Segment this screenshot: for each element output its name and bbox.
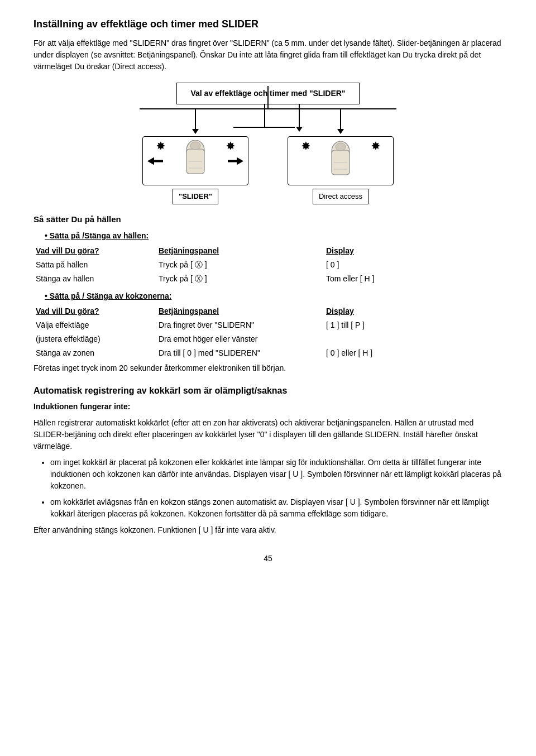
table-hallen: Vad vill Du göra? Betjäningspanel Displa… — [34, 244, 502, 286]
bullet-icon-2: • — [45, 291, 47, 300]
section-hallen-heading: Så sätter Du på hällen — [34, 213, 502, 226]
bullet-icon-1: • — [45, 231, 47, 240]
cell-k-action-3: Stänga av zonen — [34, 346, 156, 360]
section-auto-p1: Hällen registrerar automatiskt kokkärlet… — [34, 417, 502, 452]
svg-point-3 — [190, 142, 200, 150]
cell-k-panel-1: Dra fingret över "SLIDERN" — [156, 318, 324, 332]
page-title: Inställning av effektläge och timer med … — [34, 17, 502, 32]
table-row: (justera effektläge) Dra emot höger elle… — [34, 332, 502, 346]
col-header-1: Vad vill Du göra? — [34, 244, 156, 258]
col-header-2: Betjäningspanel — [156, 244, 324, 258]
table-kokzoner: Vad vill Du göra? Betjäningspanel Displa… — [34, 304, 502, 360]
slider-illustration-right: ✸ ✸ — [288, 136, 394, 185]
cell-panel-2: Tryck på [ Ⓧ ] — [156, 272, 324, 286]
section-auto-sub: Induktionen fungerar inte: — [34, 402, 130, 411]
svg-point-9 — [336, 143, 346, 151]
cell-k-panel-3: Dra till [ 0 ] med "SLIDEREN" — [156, 346, 324, 360]
col-header-k1: Vad vill Du göra? — [34, 304, 156, 318]
diagram-container: Val av effektläge och timer med "SLIDER" — [34, 83, 502, 204]
cell-k-display-2 — [324, 332, 502, 346]
sub-heading-1: • Sätta på /Stänga av hällen: — [45, 230, 502, 242]
direct-access-label: Direct access — [313, 189, 368, 204]
cell-panel-1: Tryck på [ Ⓧ ] — [156, 258, 324, 272]
list-item: om inget kokkärl är placerat på kokzonen… — [50, 457, 502, 492]
table-row: Stänga av hällen Tryck på [ Ⓧ ] Tom elle… — [34, 272, 502, 286]
col-header-k3: Display — [324, 304, 502, 318]
bullet-list-auto: om inget kokkärl är placerat på kokzonen… — [50, 457, 502, 520]
col-header-3: Display — [324, 244, 502, 258]
finger-icon-left — [180, 140, 211, 182]
cell-action-2: Stänga av hällen — [34, 272, 156, 286]
section-auto-heading: Automatisk registrering av kokkärl som ä… — [34, 384, 502, 398]
cell-k-display-1: [ 1 ] till [ P ] — [324, 318, 502, 332]
cell-k-action-1: Välja effektläge — [34, 318, 156, 332]
cell-k-display-3: [ 0 ] eller [ H ] — [324, 346, 502, 360]
page-container: Inställning av effektläge och timer med … — [34, 17, 502, 564]
slider-label: "SLIDER" — [173, 189, 218, 204]
intro-paragraph: För att välja effektläge med "SLIDERN" d… — [34, 37, 502, 73]
svg-marker-0 — [147, 157, 163, 165]
table-row: Sätta på hällen Tryck på [ Ⓧ ] [ 0 ] — [34, 258, 502, 272]
cell-k-action-2: (justera effektläge) — [34, 332, 156, 346]
footer-note: Företas inget tryck inom 20 sekunder åte… — [34, 362, 502, 374]
table-row: Stänga av zonen Dra till [ 0 ] med "SLID… — [34, 346, 502, 360]
table-row-header: Vad vill Du göra? Betjäningspanel Displa… — [34, 244, 502, 258]
cell-display-1: [ 0 ] — [324, 258, 502, 272]
svg-marker-6 — [228, 157, 243, 165]
page-number: 45 — [34, 553, 502, 564]
slider-illustration-left: ✸ ✸ — [142, 136, 248, 185]
section-auto-footer: Efter användning stängs kokzonen. Funkti… — [34, 524, 502, 536]
table-row-header: Vad vill Du göra? Betjäningspanel Displa… — [34, 304, 502, 318]
cell-k-panel-2: Dra emot höger eller vänster — [156, 332, 324, 346]
col-header-k2: Betjäningspanel — [156, 304, 324, 318]
table-row: Välja effektläge Dra fingret över "SLIDE… — [34, 318, 502, 332]
finger-icon-right — [326, 140, 356, 182]
cell-action-1: Sätta på hällen — [34, 258, 156, 272]
list-item: om kokkärlet avlägsnas från en kokzon st… — [50, 496, 502, 520]
cell-display-2: Tom eller [ H ] — [324, 272, 502, 286]
sub-heading-2: • Sätta på / Stänga av kokzonerna: — [45, 290, 502, 302]
